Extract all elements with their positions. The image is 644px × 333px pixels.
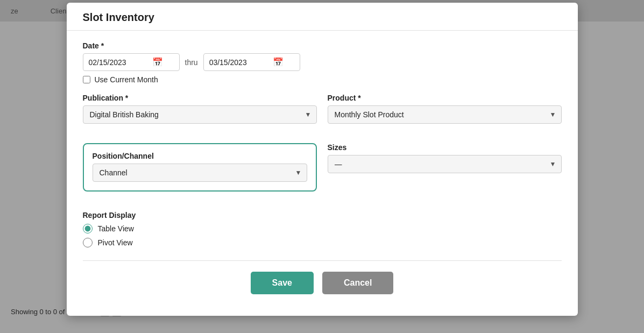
modal-title-bar: Slot Inventory	[67, 3, 578, 31]
product-select-wrap: Monthly Slot Product Option 2 Option 3 ▼	[328, 105, 562, 124]
position-channel-select-wrap: Channel Position All ▼	[93, 164, 307, 182]
modal-dialog: Slot Inventory Date * 📅 thru 📅	[67, 3, 578, 316]
product-label: Product *	[328, 94, 562, 102]
date-to-input[interactable]	[209, 58, 268, 67]
position-channel-highlighted: Position/Channel Channel Position All ▼	[83, 143, 317, 192]
report-display-radio-group: Table View Pivot View	[83, 224, 562, 247]
use-current-month-checkbox[interactable]	[83, 76, 90, 83]
thru-text: thru	[185, 58, 198, 67]
calendar-from-icon[interactable]: 📅	[152, 57, 163, 67]
date-section: Date * 📅 thru 📅 Use Current Month	[83, 41, 562, 84]
position-channel-select[interactable]: Channel Position All	[93, 164, 307, 182]
save-button[interactable]: Save	[251, 272, 314, 294]
table-view-radio[interactable]	[83, 224, 93, 233]
sizes-select-wrap: — Small Medium Large ▼	[328, 155, 562, 173]
pivot-view-label[interactable]: Pivot View	[98, 238, 133, 247]
date-from-wrap: 📅	[83, 53, 180, 71]
report-display-section: Report Display Table View Pivot View	[83, 211, 562, 247]
modal-title: Slot Inventory	[83, 11, 154, 23]
sizes-group: Sizes — Small Medium Large ▼	[328, 143, 562, 192]
button-divider	[83, 260, 562, 261]
sizes-select[interactable]: — Small Medium Large	[328, 155, 562, 173]
modal-body: Date * 📅 thru 📅 Use Current Month	[67, 31, 578, 316]
position-channel-label: Position/Channel	[93, 152, 307, 160]
publication-product-row: Publication * Digital British Baking Opt…	[83, 94, 562, 133]
modal-overlay: Slot Inventory Date * 📅 thru 📅	[0, 0, 644, 333]
use-current-month-label[interactable]: Use Current Month	[95, 75, 158, 84]
pivot-view-row: Pivot View	[83, 238, 562, 247]
product-select[interactable]: Monthly Slot Product Option 2 Option 3	[328, 105, 562, 124]
position-sizes-row: Position/Channel Channel Position All ▼ …	[83, 143, 562, 201]
date-row: 📅 thru 📅	[83, 53, 562, 71]
pivot-view-radio[interactable]	[83, 238, 93, 247]
calendar-to-icon[interactable]: 📅	[273, 57, 284, 67]
publication-select-wrap: Digital British Baking Option 2 Option 3…	[83, 105, 317, 124]
publication-select[interactable]: Digital British Baking Option 2 Option 3	[83, 105, 317, 124]
report-display-label: Report Display	[83, 211, 562, 219]
date-to-wrap: 📅	[203, 53, 300, 71]
publication-label: Publication *	[83, 94, 317, 102]
button-row: Save Cancel	[83, 272, 562, 300]
use-current-month-row: Use Current Month	[83, 75, 562, 84]
table-view-label[interactable]: Table View	[98, 224, 134, 233]
cancel-button[interactable]: Cancel	[322, 272, 393, 294]
publication-group: Publication * Digital British Baking Opt…	[83, 94, 317, 124]
date-label: Date *	[83, 41, 562, 50]
table-view-row: Table View	[83, 224, 562, 233]
sizes-label: Sizes	[328, 143, 562, 152]
date-from-input[interactable]	[89, 58, 148, 67]
product-group: Product * Monthly Slot Product Option 2 …	[328, 94, 562, 124]
